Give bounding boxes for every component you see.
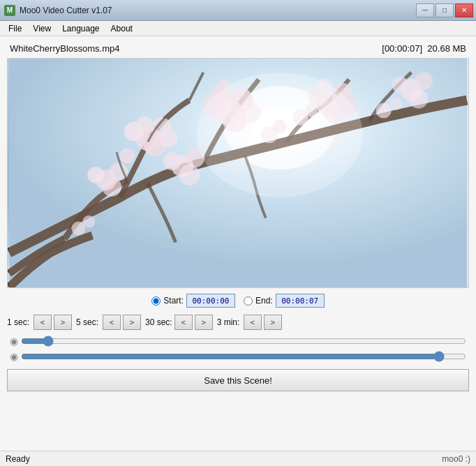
- title-bar-left: M Moo0 Video Cutter v1.07: [4, 5, 112, 16]
- position-slider[interactable]: [21, 336, 466, 347]
- slider-container: ◉ ◉: [7, 334, 469, 363]
- end-radio-group: End:: [244, 294, 325, 308]
- step-back-5sec[interactable]: <: [103, 315, 121, 330]
- save-button[interactable]: Save this Scene!: [7, 369, 469, 391]
- brand-text: moo0 :): [442, 454, 470, 464]
- step-group-5sec: 5 sec: < >: [76, 315, 141, 330]
- start-radio[interactable]: [151, 296, 161, 306]
- maximize-button[interactable]: □: [436, 3, 454, 17]
- file-info-bar: WhiteCherryBlossoms.mp4 [00:00:07] 20.68…: [7, 42, 469, 55]
- main-window: WhiteCherryBlossoms.mp4 [00:00:07] 20.68…: [0, 36, 476, 466]
- menu-view[interactable]: View: [27, 22, 57, 35]
- time-controls: Start: End:: [7, 291, 469, 310]
- window-controls: ─ □ ✕: [416, 3, 473, 17]
- step-fwd-30sec[interactable]: >: [195, 315, 213, 330]
- step-back-30sec[interactable]: <: [174, 315, 193, 330]
- step-label-30sec: 30 sec:: [145, 317, 172, 327]
- start-label: Start:: [163, 296, 184, 306]
- file-timecode: [00:00:07]: [382, 43, 422, 54]
- step-controls: 1 sec: < > 5 sec: < > 30 sec: < > 3 min:…: [7, 313, 469, 331]
- start-radio-group: Start:: [151, 294, 235, 308]
- step-fwd-5sec[interactable]: >: [123, 315, 141, 330]
- close-button[interactable]: ✕: [455, 3, 473, 17]
- step-fwd-3min[interactable]: >: [264, 315, 282, 330]
- position-slider-icon: ◉: [10, 336, 18, 347]
- svg-point-44: [196, 73, 363, 197]
- menu-file[interactable]: File: [3, 22, 27, 35]
- end-label: End:: [255, 296, 273, 306]
- step-group-3min: 3 min: < >: [217, 315, 282, 330]
- file-meta: [00:00:07] 20.68 MB: [382, 43, 466, 54]
- video-content: [8, 59, 468, 287]
- start-time-field[interactable]: [186, 294, 235, 308]
- status-bar: Ready moo0 :): [0, 451, 476, 466]
- step-group-30sec: 30 sec: < >: [145, 315, 213, 330]
- range-slider-row: ◉: [10, 351, 466, 362]
- step-back-1sec[interactable]: <: [34, 315, 52, 330]
- position-slider-row: ◉: [10, 336, 466, 347]
- status-text: Ready: [6, 454, 30, 464]
- menu-bar: File View Language About: [0, 21, 476, 36]
- step-label-1sec: 1 sec:: [7, 317, 31, 327]
- file-name: WhiteCherryBlossoms.mp4: [10, 43, 120, 54]
- file-size: 20.68 MB: [427, 43, 466, 54]
- step-back-3min[interactable]: <: [244, 315, 262, 330]
- menu-language[interactable]: Language: [57, 22, 105, 35]
- step-label-3min: 3 min:: [217, 317, 241, 327]
- step-fwd-1sec[interactable]: >: [54, 315, 72, 330]
- range-slider[interactable]: [21, 351, 466, 362]
- step-group-1sec: 1 sec: < >: [7, 315, 72, 330]
- title-bar: M Moo0 Video Cutter v1.07 ─ □ ✕: [0, 0, 476, 21]
- range-slider-icon: ◉: [10, 351, 18, 362]
- menu-about[interactable]: About: [105, 22, 138, 35]
- step-label-5sec: 5 sec:: [76, 317, 101, 327]
- end-time-field[interactable]: [276, 294, 325, 308]
- end-radio[interactable]: [244, 296, 253, 306]
- video-preview: [7, 58, 469, 288]
- minimize-button[interactable]: ─: [416, 3, 434, 17]
- app-icon: M: [4, 5, 15, 16]
- app-title: Moo0 Video Cutter v1.07: [20, 6, 112, 15]
